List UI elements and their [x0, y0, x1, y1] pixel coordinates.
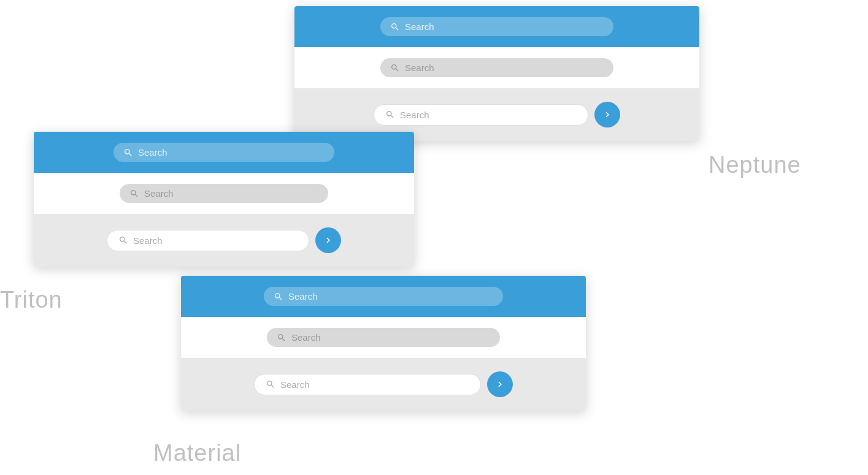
- triton-search-row: [107, 227, 341, 253]
- material-search-submit-button[interactable]: [487, 371, 513, 397]
- triton-search-input-blue[interactable]: [138, 147, 310, 158]
- material-search-input-blue[interactable]: [288, 291, 460, 302]
- neptune-search-bar-grey[interactable]: [380, 58, 613, 77]
- neptune-search-bar-white[interactable]: [374, 104, 588, 126]
- material-grey-section: [181, 358, 586, 411]
- arrow-right-icon: [323, 235, 334, 246]
- search-icon: [390, 63, 400, 73]
- triton-card: [34, 132, 414, 267]
- triton-search-submit-button[interactable]: [315, 227, 341, 253]
- search-icon: [277, 333, 286, 343]
- search-icon: [118, 235, 128, 245]
- neptune-card: [294, 6, 699, 141]
- material-search-bar-white[interactable]: [254, 374, 481, 395]
- neptune-search-submit-button[interactable]: [594, 102, 620, 127]
- neptune-search-input-white[interactable]: [400, 110, 517, 120]
- neptune-white-section: [294, 47, 699, 88]
- search-icon: [123, 148, 133, 158]
- triton-blue-section: [34, 132, 414, 173]
- neptune-blue-section: [294, 6, 699, 47]
- triton-label: Triton: [0, 287, 63, 313]
- material-search-row: [254, 371, 513, 397]
- search-icon: [390, 22, 400, 32]
- search-icon: [266, 379, 275, 389]
- arrow-right-icon: [602, 109, 613, 120]
- neptune-search-input-blue[interactable]: [405, 21, 577, 32]
- material-search-input-grey[interactable]: [291, 332, 451, 343]
- triton-search-bar-white[interactable]: [107, 230, 309, 251]
- triton-search-input-grey[interactable]: [144, 188, 304, 199]
- neptune-search-input-grey[interactable]: [405, 63, 564, 73]
- triton-search-bar-blue[interactable]: [113, 143, 334, 162]
- search-icon: [129, 189, 139, 199]
- material-card: [181, 276, 586, 411]
- material-blue-section: [181, 276, 586, 317]
- neptune-label: Neptune: [709, 152, 801, 178]
- triton-white-section: [34, 173, 414, 214]
- search-icon: [274, 292, 283, 302]
- material-white-section: [181, 317, 586, 358]
- triton-grey-section: [34, 214, 414, 267]
- neptune-search-row: [374, 102, 620, 127]
- triton-search-bar-grey[interactable]: [120, 184, 328, 203]
- arrow-right-icon: [494, 379, 505, 390]
- material-search-input-white[interactable]: [280, 379, 397, 390]
- material-search-bar-blue[interactable]: [264, 287, 503, 306]
- neptune-search-bar-blue[interactable]: [380, 17, 613, 36]
- triton-search-input-white[interactable]: [133, 235, 250, 246]
- search-icon: [385, 110, 395, 120]
- material-label: Material: [153, 440, 241, 466]
- material-search-bar-grey[interactable]: [267, 328, 500, 347]
